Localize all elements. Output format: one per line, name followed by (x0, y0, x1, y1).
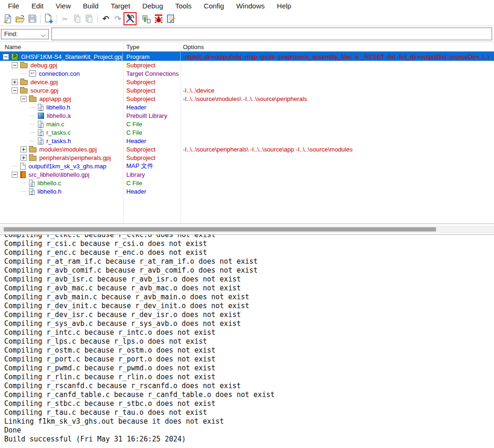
tree-item-label: device.gpj (30, 79, 58, 86)
console-line: Compiling r_csi.c because r_csi.o does n… (4, 239, 494, 248)
collapse-icon[interactable] (12, 87, 18, 94)
tree-row[interactable]: ↩ connection.con Target Connections (0, 69, 494, 78)
tree-row[interactable]: source.gpj Subproject -I..\..\device (0, 86, 494, 94)
build-button[interactable] (124, 13, 136, 24)
tree-row[interactable]: app\app.gpj Subproject -I..\..\source\mo… (0, 94, 494, 103)
column-header-options[interactable]: Options (181, 43, 494, 51)
tree-item-label: output\f1km_sk_v3_ghs.map (29, 163, 106, 170)
type-label: Subproject (126, 87, 155, 94)
tree-row[interactable]: main.c C File (0, 120, 494, 128)
console-line: Compiling r_canfd_table.c because r_canf… (4, 390, 494, 399)
folder-icon (29, 97, 36, 102)
expand-icon[interactable] (21, 146, 27, 152)
menu-item[interactable]: Build (77, 1, 104, 11)
folder-icon (20, 88, 28, 94)
type-label: C File (126, 129, 142, 136)
tree-item-label: peripherals\peripherals.gpj (39, 154, 111, 161)
collapse-icon[interactable] (21, 96, 27, 102)
tree-item-label: libhello.c (37, 180, 61, 187)
expand-icon[interactable] (21, 155, 27, 161)
tree-row[interactable]: peripherals\peripherals.gpj Subproject (0, 153, 494, 162)
column-header-name[interactable]: Name (0, 43, 123, 51)
collapse-icon[interactable] (12, 62, 18, 68)
new-file-icon (3, 14, 13, 24)
tree-item-label: libhello.h (46, 104, 70, 111)
column-header-type[interactable]: Type (123, 43, 181, 51)
header-file-icon (38, 104, 44, 111)
console-line: Compiling r_sys_avb.c because r_sys_avb.… (4, 319, 494, 328)
menu-item[interactable]: Edit (25, 1, 50, 11)
expand-icon[interactable] (12, 79, 18, 85)
tree-row[interactable]: debug.gpj Subproject (0, 61, 494, 69)
console-line: Compiling r_dev_init.c because r_dev_ini… (4, 302, 494, 311)
tree-row[interactable]: device.gpj Subproject (0, 78, 494, 86)
connect-target-button[interactable] (141, 13, 152, 24)
project-tree-panel: Name Type Options P GHS\F1KM-S4_StarterK… (0, 42, 494, 224)
redo-button[interactable]: ↷ (112, 13, 124, 24)
menu-item[interactable]: Tools (169, 1, 198, 11)
scrollbar-thumb[interactable] (4, 227, 436, 231)
open-editor-button[interactable] (165, 13, 176, 24)
toolbar-separator (97, 14, 98, 23)
type-label: Prebuilt Library (126, 112, 167, 119)
tree-row[interactable]: r_tasks.c C File (0, 128, 494, 137)
menu-item[interactable]: Debug (136, 1, 169, 11)
cut-button[interactable]: ✂ (59, 13, 71, 24)
new-file-button[interactable] (2, 13, 14, 24)
folder-icon (29, 147, 36, 152)
find-dropdown[interactable]: Find: (1, 29, 49, 39)
console-line: Done (4, 426, 494, 435)
console-line: Compiling r_tau.c because r_tau.o does n… (4, 408, 494, 417)
menu-item[interactable]: Help (271, 1, 298, 11)
new-document-button[interactable] (43, 13, 54, 24)
map-file-icon (20, 163, 26, 170)
open-file-button[interactable] (15, 13, 26, 24)
type-label: Subproject (126, 146, 155, 153)
horizontal-scrollbar[interactable] (0, 226, 494, 233)
tree-row[interactable]: P GHS\F1KM-S4_StarterKit_Project.gpj Pro… (0, 52, 494, 61)
tree-body: P GHS\F1KM-S4_StarterKit_Project.gpj Pro… (0, 52, 494, 195)
collapse-icon[interactable] (3, 54, 9, 60)
collapse-icon[interactable] (12, 172, 18, 178)
menu-item[interactable]: File (2, 1, 25, 11)
tree-row[interactable]: src_libhello\libhello.gpj Library (0, 170, 494, 179)
tree-item-label: r_tasks.c (46, 129, 71, 136)
tree-connector (29, 107, 38, 108)
menu-item[interactable]: Windows (230, 1, 271, 11)
library-book-icon (20, 171, 26, 178)
debug-button[interactable] (153, 13, 164, 24)
tree-row[interactable]: output\f1km_sk_v3_ghs.map MAP 文件 (0, 162, 494, 170)
toolbar-separator (40, 14, 41, 23)
build-output-console[interactable]: Compiling r_clkc.c because r_clkc.o does… (0, 234, 494, 447)
chevron-down-icon (41, 33, 45, 37)
menu-item[interactable]: Target (105, 1, 137, 11)
tree-row[interactable]: libhello.c C File (0, 179, 494, 187)
console-line: Compiling r_stbc.c because r_stbc.o does… (4, 399, 494, 408)
tree-row[interactable]: libhello.h Header (0, 187, 494, 195)
tree-row[interactable]: r_tasks.h Header (0, 137, 494, 145)
tree-item-label: libhello.h (37, 188, 61, 195)
paste-button[interactable] (84, 13, 95, 24)
tree-connector (21, 191, 29, 192)
options-label: -I..\..\source\peripherals\ -I..\..\sour… (183, 146, 353, 153)
options-label: -I..\..\device (183, 87, 214, 94)
save-file-button[interactable] (27, 13, 38, 24)
undo-button[interactable]: ↶ (100, 13, 111, 24)
console-line: Compiling r_avb_isr.c because r_avb_isr.… (4, 275, 494, 284)
console-line: Compiling r_rscanfd.c because r_rscanfd.… (4, 382, 494, 390)
console-line: Compiling r_avb_mac.c because r_avb_mac.… (4, 284, 494, 293)
tree-item-label: r_tasks.h (46, 137, 71, 145)
toolbar-separator (138, 14, 138, 23)
tree-connector (29, 116, 38, 116)
menu-item[interactable]: View (50, 1, 77, 11)
find-input[interactable] (51, 28, 492, 40)
type-label: Header (126, 137, 146, 145)
menu-item[interactable]: Config (198, 1, 230, 11)
type-label: Subproject (126, 95, 155, 102)
toolbar: ✂ ↶ ↷ (0, 12, 494, 26)
tree-row[interactable]: modules\modules.gpj Subproject -I..\..\s… (0, 145, 494, 153)
tree-row[interactable]: libhello.a Prebuilt Library (0, 111, 494, 120)
tree-row[interactable]: libhello.h Header (0, 103, 494, 111)
copy-button[interactable] (72, 13, 83, 24)
connect-target-icon (141, 14, 152, 24)
